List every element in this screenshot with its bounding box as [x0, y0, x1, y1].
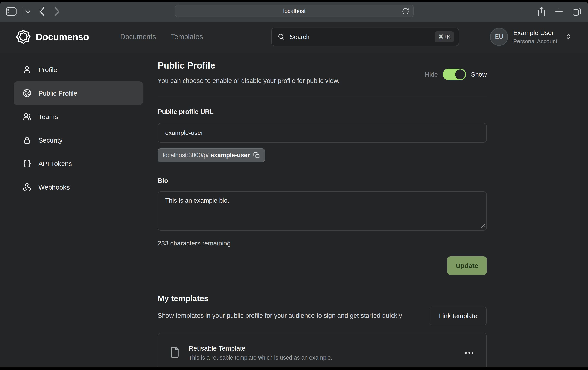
sidebar-item-security[interactable]: Security — [14, 128, 143, 152]
chevron-down-icon[interactable] — [25, 10, 31, 13]
search-box[interactable]: ⌘+K — [271, 28, 459, 46]
sidebar-item-public-profile[interactable]: Public Profile — [14, 82, 143, 105]
template-card[interactable]: Reusable Template This is a reusable tem… — [158, 333, 487, 367]
sidebar-item-profile[interactable]: Profile — [14, 58, 143, 82]
search-input[interactable] — [290, 33, 430, 41]
page-subtitle: You can choose to enable or disable your… — [158, 77, 340, 85]
url-field-label: Public profile URL — [158, 108, 487, 115]
nav-documents[interactable]: Documents — [120, 33, 156, 41]
brand[interactable]: Documenso — [16, 21, 89, 52]
profile-url-prefix: localhost:3000/p/ — [163, 152, 209, 159]
tab-overview-icon[interactable] — [572, 7, 581, 16]
users-icon — [23, 112, 31, 121]
toggle-show-label: Show — [471, 71, 487, 78]
profile-url-slug: example-user — [210, 152, 250, 159]
braces-icon — [23, 159, 31, 168]
address-bar-url: localhost — [283, 8, 305, 14]
sidebar-item-api-tokens[interactable]: API Tokens — [14, 152, 143, 175]
template-title: Reusable Template — [189, 345, 332, 352]
toggle-hide-label: Hide — [425, 71, 438, 78]
toggle-knob — [455, 70, 465, 79]
sidebar-item-label: Webhooks — [38, 184, 70, 191]
sidebar-item-webhooks[interactable]: Webhooks — [14, 175, 143, 199]
resize-handle-icon[interactable] — [480, 223, 485, 229]
browser-toolbar: localhost — [0, 1, 588, 21]
globe-icon — [23, 89, 31, 97]
top-nav: Documents Templates — [120, 21, 203, 52]
templates-section-description: Show templates in your public profile fo… — [158, 310, 420, 320]
characters-remaining: 233 characters remaining — [158, 240, 487, 247]
template-menu-button[interactable] — [463, 350, 475, 356]
sidebar-toggle-icon[interactable] — [6, 7, 17, 16]
copy-icon[interactable] — [253, 152, 260, 159]
visibility-toggle[interactable] — [443, 69, 466, 80]
user-icon — [23, 65, 31, 74]
template-description: This is a reusable template which is use… — [189, 355, 332, 361]
refresh-icon[interactable] — [402, 8, 409, 16]
file-icon — [169, 346, 180, 360]
toolbar-divider — [22, 7, 22, 16]
browser-window: localhost — [0, 1, 588, 367]
share-icon[interactable] — [537, 6, 546, 17]
sidebar-item-label: Public Profile — [38, 90, 77, 97]
nav-templates[interactable]: Templates — [171, 33, 203, 41]
settings-sidebar: Profile Public Profile Teams S — [14, 58, 143, 199]
sidebar-item-teams[interactable]: Teams — [14, 105, 143, 128]
brand-name: Documenso — [36, 31, 89, 42]
address-bar[interactable]: localhost — [175, 4, 414, 17]
webhook-icon — [23, 183, 31, 191]
lock-icon — [23, 136, 31, 144]
sidebar-item-label: Teams — [38, 113, 58, 121]
visibility-toggle-group: Hide Show — [425, 69, 487, 80]
search-shortcut-badge: ⌘+K — [435, 31, 454, 42]
page-title: Public Profile — [158, 60, 340, 71]
main-content: Public Profile You can choose to enable … — [158, 60, 487, 367]
chevrons-up-down-icon — [565, 33, 572, 40]
forward-button[interactable] — [54, 7, 60, 16]
profile-url-preview[interactable]: localhost:3000/p/ example-user — [158, 148, 265, 162]
search-icon — [278, 33, 285, 41]
account-type: Personal Account — [513, 38, 557, 45]
back-button[interactable] — [39, 7, 45, 16]
app-header: Documenso Documents Templates ⌘+K EU Exa… — [0, 21, 588, 52]
update-button[interactable]: Update — [447, 257, 487, 275]
templates-section-title: My templates — [158, 294, 487, 303]
documenso-logo-icon — [16, 29, 31, 44]
sidebar-item-label: Security — [38, 136, 63, 144]
account-name: Example User — [513, 29, 557, 37]
sidebar-item-label: Profile — [38, 66, 57, 74]
bio-textarea[interactable]: This is an example bio. — [158, 191, 487, 231]
bio-field-label: Bio — [158, 177, 487, 185]
link-template-button[interactable]: Link template — [430, 307, 487, 325]
avatar: EU — [490, 28, 508, 46]
sidebar-item-label: API Tokens — [38, 160, 72, 168]
profile-url-input[interactable] — [158, 123, 487, 143]
account-menu[interactable]: EU Example User Personal Account — [490, 21, 572, 52]
new-tab-plus-icon[interactable] — [555, 7, 563, 16]
section-divider — [158, 95, 487, 96]
